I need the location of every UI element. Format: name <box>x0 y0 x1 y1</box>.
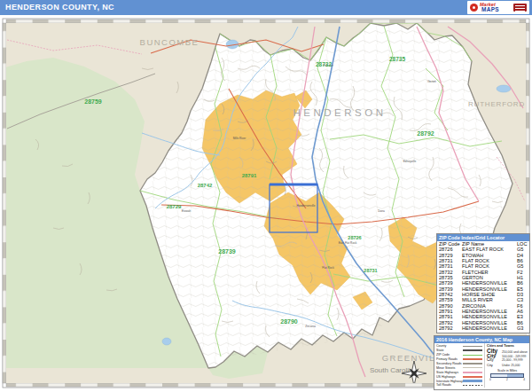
logo-badge-icon <box>513 4 527 12</box>
scale-bar: Scale in Miles 024 <box>487 369 528 381</box>
zip-label-28732: 28732 <box>316 61 332 67</box>
map-legend: 2016 Henderson County, NC Map County Sta… <box>434 335 530 390</box>
zip-label-28790: 28790 <box>280 318 298 325</box>
legend-title: 2016 Henderson County, NC Map <box>434 336 529 343</box>
svg-text:Gerton: Gerton <box>427 80 436 83</box>
svg-text:Zirconia: Zirconia <box>305 325 316 328</box>
map-grid-ruler-left <box>3 23 6 383</box>
svg-text:Etowah: Etowah <box>182 209 192 213</box>
zip-label-28791: 28791 <box>242 173 257 178</box>
map-product-page: HENDERSON COUNTY, NC Market MAPS <box>0 0 532 392</box>
svg-text:Hendersonville: Hendersonville <box>296 204 315 208</box>
county-label-rutherford: RUTHERFORD <box>468 100 525 108</box>
zip-label-28735: 28735 <box>389 56 405 62</box>
zip-label-28726: 28726 <box>348 235 361 240</box>
zip-label-28742: 28742 <box>198 183 213 188</box>
scale-label: Scale in Miles <box>487 369 528 372</box>
legend-item: Toll Roads <box>436 383 484 388</box>
legend-cities: Cities and Towns City250,000 and above C… <box>484 343 529 388</box>
svg-text:East Flat Rock: East Flat Rock <box>339 241 357 245</box>
svg-text:Mills River: Mills River <box>233 137 247 140</box>
logo-mark-icon <box>470 4 478 12</box>
zip-label-28731: 28731 <box>364 268 377 273</box>
svg-text:Dana: Dana <box>378 209 385 213</box>
legend-line-symbols: County State ZIP Code Primary Roads Seco… <box>434 343 484 388</box>
county-label-buncombe: BUNCOMBE <box>140 37 200 47</box>
marketmaps-logo: Market MAPS <box>467 1 529 14</box>
svg-text:Flat Rock: Flat Rock <box>322 266 334 270</box>
zip-label-28792: 28792 <box>417 130 434 137</box>
title-bar: HENDERSON COUNTY, NC Market MAPS <box>0 0 532 15</box>
svg-text:Edneyville: Edneyville <box>403 160 417 163</box>
legend-city-item: CityUnder 25,000 <box>487 363 528 368</box>
page-title: HENDERSON COUNTY, NC <box>5 3 114 12</box>
zip-label-28729: 28729 <box>167 204 182 209</box>
zip-table-header: ZIP Code Index/Grid Locator <box>437 234 529 241</box>
zip-code-index-table: ZIP Code Index/Grid Locator ZIP Code ZIP… <box>436 233 530 333</box>
zip-label-28759: 28759 <box>84 98 102 105</box>
zip-label-28739: 28739 <box>218 248 236 255</box>
logo-name-bottom: MAPS <box>481 6 499 12</box>
table-row: 28792HENDERSONVILLEG3 <box>437 325 529 331</box>
map-grid-ruler-top <box>6 20 526 23</box>
county-label-henderson: HENDERSON <box>293 107 387 118</box>
